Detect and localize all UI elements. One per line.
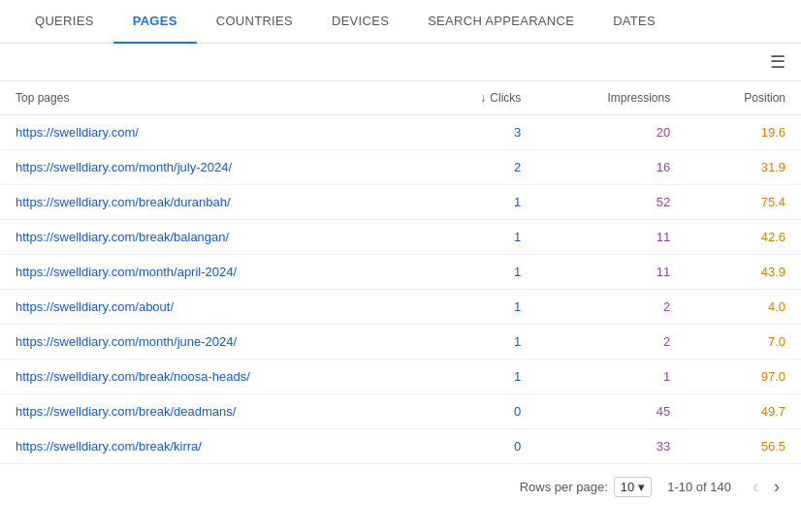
position-cell: 75.4 [686,185,801,220]
url-cell[interactable]: https://swelldiary.com/month/april-2024/ [0,255,423,290]
tab-queries[interactable]: QUERIES [16,0,113,44]
url-cell[interactable]: https://swelldiary.com/month/june-2024/ [0,325,423,360]
impressions-cell: 33 [536,429,686,464]
nav-buttons: ‹ › [747,476,785,497]
position-cell: 56.5 [686,429,801,464]
rows-per-page-label: Rows per page: [520,480,608,494]
page-info: 1-10 of 140 [667,480,731,494]
position-cell: 4.0 [686,290,801,325]
table-row: https://swelldiary.com/break/kirra/03356… [0,429,801,464]
clicks-cell: 1 [423,325,537,360]
tab-search-appearance[interactable]: SEARCH APPEARANCE [408,0,593,44]
impressions-cell: 16 [536,150,686,185]
col-header-clicks[interactable]: ↓Clicks [423,81,537,115]
col-header-top-pages: Top pages [0,81,423,115]
position-cell: 43.9 [686,255,801,290]
table-row: https://swelldiary.com/month/june-2024/1… [0,325,801,360]
table-row: https://swelldiary.com/32019.6 [0,115,801,150]
clicks-cell: 1 [423,360,537,394]
table-row: https://swelldiary.com/break/deadmans/04… [0,394,801,429]
table-row: https://swelldiary.com/break/duranbah/15… [0,185,801,220]
url-cell[interactable]: https://swelldiary.com/break/noosa-heads… [0,360,423,394]
position-cell: 42.6 [686,220,801,255]
prev-page-button[interactable]: ‹ [747,476,764,497]
data-table: Top pages ↓Clicks Impressions Position h… [0,81,801,464]
tab-devices[interactable]: DEVICES [312,0,408,44]
clicks-cell: 3 [423,115,537,150]
sort-arrow-icon: ↓ [480,91,486,105]
clicks-cell: 0 [423,394,537,429]
clicks-cell: 1 [423,290,537,325]
impressions-cell: 2 [536,325,686,360]
position-cell: 97.0 [686,360,801,394]
impressions-cell: 2 [536,290,686,325]
rows-per-page-select[interactable]: 10 ▾ [614,477,652,497]
impressions-cell: 20 [536,115,686,150]
position-cell: 31.9 [686,150,801,185]
url-cell[interactable]: https://swelldiary.com/break/kirra/ [0,429,423,464]
next-page-button[interactable]: › [768,476,785,497]
table-row: https://swelldiary.com/break/noosa-heads… [0,360,801,394]
rows-per-page: Rows per page: 10 ▾ [520,477,653,497]
table-row: https://swelldiary.com/about/124.0 [0,290,801,325]
impressions-cell: 11 [536,255,686,290]
clicks-cell: 2 [423,150,537,185]
col-header-impressions[interactable]: Impressions [536,81,686,115]
position-cell: 19.6 [686,115,801,150]
table-row: https://swelldiary.com/month/april-2024/… [0,255,801,290]
url-cell[interactable]: https://swelldiary.com/ [0,115,423,150]
impressions-cell: 1 [536,360,686,394]
clicks-cell: 1 [423,255,537,290]
url-cell[interactable]: https://swelldiary.com/about/ [0,290,423,325]
col-header-position[interactable]: Position [686,81,801,115]
clicks-cell: 0 [423,429,537,464]
position-cell: 49.7 [686,394,801,429]
url-cell[interactable]: https://swelldiary.com/break/deadmans/ [0,394,423,429]
impressions-cell: 52 [536,185,686,220]
clicks-cell: 1 [423,185,537,220]
tab-dates[interactable]: DATES [593,0,675,44]
tab-countries[interactable]: COUNTRIES [197,0,312,44]
tab-pages[interactable]: PAGES [113,0,197,44]
rows-per-page-value: 10 [621,480,634,494]
impressions-cell: 11 [536,220,686,255]
filter-icon[interactable]: ☰ [770,51,785,73]
url-cell[interactable]: https://swelldiary.com/month/july-2024/ [0,150,423,185]
clicks-cell: 1 [423,220,537,255]
table-row: https://swelldiary.com/month/july-2024/2… [0,150,801,185]
url-cell[interactable]: https://swelldiary.com/break/duranbah/ [0,185,423,220]
url-cell[interactable]: https://swelldiary.com/break/balangan/ [0,220,423,255]
chevron-down-icon: ▾ [638,480,645,494]
pagination-bar: Rows per page: 10 ▾ 1-10 of 140 ‹ › [0,464,801,509]
position-cell: 7.0 [686,325,801,360]
impressions-cell: 45 [536,394,686,429]
tabs-nav: QUERIES PAGES COUNTRIES DEVICES SEARCH A… [0,0,801,44]
table-row: https://swelldiary.com/break/balangan/11… [0,220,801,255]
filter-bar: ☰ [0,44,801,81]
